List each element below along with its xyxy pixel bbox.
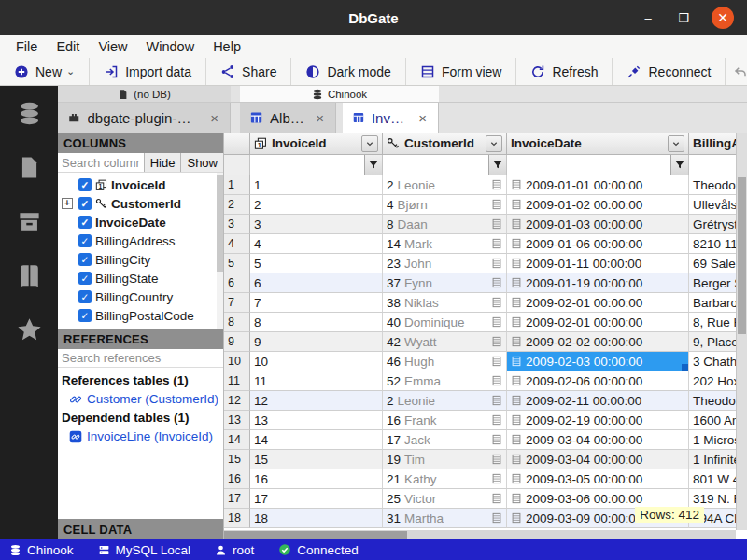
column-tree-item[interactable]: ✓BillingAddress [58, 231, 223, 250]
checkbox[interactable]: ✓ [78, 309, 92, 322]
cell-invoiceid[interactable]: 1 [250, 175, 383, 195]
toolbar-button-form-view[interactable]: Form view [406, 58, 517, 85]
cell-customerid[interactable]: 17Jack [383, 430, 507, 450]
cell-customerid[interactable]: 25Victor [383, 489, 507, 509]
reference-link[interactable]: Customer (CustomerId) [58, 389, 223, 409]
cell-invoiceid[interactable]: 11 [250, 371, 383, 391]
menu-item-view[interactable]: View [90, 37, 135, 56]
cell-invoicedate[interactable]: 2009-03-04 00:00:00 [507, 430, 689, 450]
column-header-invoiceid[interactable]: 1InvoiceId [250, 133, 383, 155]
menu-item-help[interactable]: Help [204, 37, 249, 56]
columns-scrollbar[interactable] [217, 173, 223, 329]
cell-customerid[interactable]: 21Kathy [383, 469, 507, 489]
checkbox[interactable]: ✓ [78, 178, 92, 191]
cell-invoicedate[interactable]: 2009-03-04 00:00:00 [507, 450, 689, 469]
nav-file-button[interactable] [17, 155, 42, 180]
cell-customerid[interactable]: 23John [383, 254, 507, 273]
cell-customerid[interactable]: 2Leonie [383, 391, 507, 411]
sort-dropdown-button[interactable] [361, 135, 378, 152]
toolbar-button-new[interactable]: New⌄ [0, 58, 90, 85]
nav-star-button[interactable] [17, 317, 42, 343]
column-tree-item[interactable]: ✓BillingCity [58, 250, 223, 269]
checkbox[interactable]: ✓ [78, 216, 92, 229]
checkbox[interactable]: ✓ [78, 272, 92, 285]
cell-customerid[interactable]: 42Wyatt [383, 332, 507, 352]
close-icon[interactable]: × [416, 110, 429, 126]
cell-invoiceid[interactable]: 2 [250, 195, 383, 215]
cell-invoicedate[interactable]: 2009-03-06 00:00:00 [507, 489, 689, 509]
menu-item-edit[interactable]: Edit [48, 37, 88, 56]
vertical-scrollbar[interactable] [736, 133, 747, 530]
cell-customerid[interactable]: 19Tim [383, 450, 507, 469]
filter-input-invoiceid[interactable] [250, 155, 364, 175]
hide-columns-button[interactable]: Hide [144, 153, 181, 172]
cell-invoicedate[interactable]: 2009-01-11 00:00:00 [507, 254, 689, 273]
nav-database-button[interactable] [17, 101, 42, 126]
cell-customerid[interactable]: 16Frank [383, 411, 507, 430]
cell-invoiceid[interactable]: 17 [250, 489, 383, 509]
cell-invoiceid[interactable]: 10 [250, 352, 383, 371]
reference-link[interactable]: InvoiceLine (InvoiceId) [58, 427, 223, 446]
cell-invoicedate[interactable]: 2009-02-02 00:00:00 [507, 332, 689, 352]
sort-dropdown-button[interactable] [668, 135, 684, 152]
filter-input-customerid[interactable] [383, 155, 488, 175]
sort-dropdown-button[interactable] [486, 135, 502, 152]
toolbar-button-dark-mode[interactable]: Dark mode [291, 58, 405, 85]
cell-invoicedate[interactable]: 2009-02-11 00:00:00 [507, 391, 689, 411]
cell-invoiceid[interactable]: 15 [250, 450, 383, 469]
close-icon[interactable]: × [314, 110, 326, 126]
filter-input-invoicedate[interactable] [507, 155, 670, 175]
column-tree-item[interactable]: +✓CustomerId [58, 194, 223, 213]
toolbar-button-share[interactable]: Share [206, 58, 291, 85]
cell-invoicedate[interactable]: 2009-02-03 00:00:00 [507, 352, 689, 371]
checkbox[interactable]: ✓ [78, 197, 92, 210]
cell-invoiceid[interactable]: 16 [250, 469, 383, 489]
cell-invoicedate[interactable]: 2009-02-01 00:00:00 [507, 313, 689, 332]
column-header-invoicedate[interactable]: InvoiceDate [507, 133, 689, 155]
filter-funnel-button[interactable] [488, 155, 506, 175]
column-tree-item[interactable]: ✓InvoiceDate [58, 213, 223, 231]
cell-invoicedate[interactable]: 2009-01-03 00:00:00 [507, 215, 689, 234]
checkbox[interactable]: ✓ [78, 234, 92, 247]
filter-funnel-button[interactable] [670, 155, 688, 175]
nav-book-button[interactable] [17, 263, 42, 288]
column-tree-item[interactable]: ✓1InvoiceId [58, 175, 223, 194]
cell-invoiceid[interactable]: 4 [250, 234, 383, 254]
cell-invoiceid[interactable]: 5 [250, 254, 383, 273]
minimize-button[interactable]: – [641, 11, 655, 25]
cell-invoiceid[interactable]: 14 [250, 430, 383, 450]
column-tree-item[interactable]: ✓BillingPostalCode [58, 306, 223, 325]
cell-invoicedate[interactable]: 2009-01-01 00:00:00 [507, 175, 689, 195]
toolbar-button-import-data[interactable]: Import data [90, 58, 206, 85]
cell-invoicedate[interactable]: 2009-03-05 00:00:00 [507, 469, 689, 489]
toolbar-button-undo[interactable]: Undo [726, 58, 747, 85]
expand-icon[interactable]: + [62, 198, 73, 209]
menu-item-file[interactable]: File [7, 37, 46, 56]
horizontal-scrollbar[interactable] [224, 530, 736, 539]
tab-invoice[interactable]: Invoice× [343, 103, 439, 133]
cell-invoicedate[interactable]: 2009-01-06 00:00:00 [507, 234, 689, 254]
cell-customerid[interactable]: 4Bjørn [383, 195, 507, 215]
cell-customerid[interactable]: 38Niklas [383, 293, 507, 313]
checkbox[interactable]: ✓ [78, 290, 92, 303]
cell-invoicedate[interactable]: 2009-02-01 00:00:00 [507, 293, 689, 313]
cell-invoiceid[interactable]: 7 [250, 293, 383, 313]
cell-invoiceid[interactable]: 3 [250, 215, 383, 234]
cell-invoicedate[interactable]: 2009-02-06 00:00:00 [507, 371, 689, 391]
cell-invoicedate[interactable]: 2009-02-19 00:00:00 [507, 411, 689, 430]
cell-invoiceid[interactable]: 6 [250, 273, 383, 293]
cell-invoiceid[interactable]: 8 [250, 313, 383, 332]
filter-funnel-button[interactable] [364, 155, 382, 175]
cell-invoiceid[interactable]: 9 [250, 332, 383, 352]
close-icon[interactable]: × [208, 110, 220, 126]
tab-album[interactable]: Album× [240, 103, 336, 133]
cell-invoicedate[interactable]: 2009-01-19 00:00:00 [507, 273, 689, 293]
search-columns-input[interactable] [58, 153, 144, 172]
cell-customerid[interactable]: 46Hugh [383, 352, 507, 371]
menu-item-window[interactable]: Window [138, 37, 204, 56]
nav-archive-button[interactable] [17, 209, 42, 234]
cell-customerid[interactable]: 52Emma [383, 371, 507, 391]
cell-invoicedate[interactable]: 2009-01-02 00:00:00 [507, 195, 689, 215]
column-header-customerid[interactable]: CustomerId [383, 133, 507, 155]
cell-customerid[interactable]: 14Mark [383, 234, 507, 254]
